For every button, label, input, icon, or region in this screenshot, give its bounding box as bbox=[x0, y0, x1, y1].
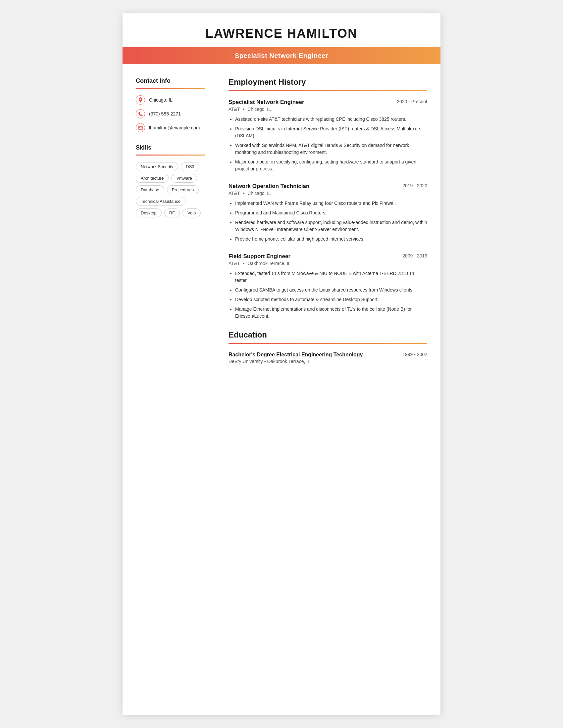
skills-section-title: Skills bbox=[136, 144, 205, 151]
main-content: Employment History Specialist Network En… bbox=[215, 77, 441, 364]
bullet-item: Manage Ethernet implementations and disc… bbox=[235, 306, 427, 320]
email-icon bbox=[136, 123, 145, 132]
email-text: lhamilton@example.com bbox=[149, 125, 200, 130]
skill-tag: Network Security bbox=[136, 162, 178, 171]
bullet-item: Rendered hardware and software support, … bbox=[235, 219, 427, 233]
job-company: AT&T • Chicago, IL bbox=[228, 191, 427, 196]
employment-section-title: Employment History bbox=[228, 77, 427, 87]
contact-phone: (370) 555-2271 bbox=[136, 109, 205, 118]
edu-block: Bachelor's Degree Electrical Engineering… bbox=[228, 352, 427, 364]
skill-tag: Architecture bbox=[136, 174, 168, 183]
job-bullets: Extended, tested T1's from Microwave & N… bbox=[228, 270, 427, 320]
skills-tags: Network SecurityDS3ArchitectureVmwareDat… bbox=[136, 162, 205, 217]
education-divider bbox=[228, 343, 427, 344]
job-company: AT&T • Oakbrook Terrace, IL bbox=[228, 261, 427, 266]
location-text: Chicago, IL bbox=[149, 97, 172, 103]
job-company: AT&T • Chicago, IL bbox=[228, 107, 427, 112]
bullet-item: Implemented WAN with Frame Relay using f… bbox=[235, 200, 427, 207]
skill-tag: Voip bbox=[182, 208, 201, 217]
employment-divider bbox=[228, 90, 427, 91]
job-block: Specialist Network Engineer2020 - Presen… bbox=[228, 99, 427, 172]
job-dates: 2020 - Present bbox=[397, 99, 427, 104]
skills-divider bbox=[136, 155, 205, 156]
title-bar: Specialist Network Engineer bbox=[122, 47, 441, 64]
job-title: Field Support Engineer bbox=[228, 253, 291, 260]
bullet-item: Worked with Solarwinds NPM, AT&T digital… bbox=[235, 142, 427, 156]
sidebar: Contact Info Chicago, IL (370) 555-2271 bbox=[122, 77, 215, 364]
body-layout: Contact Info Chicago, IL (370) 555-2271 bbox=[122, 64, 441, 377]
bullet-item: Programmed and Maintained Cisco Routers. bbox=[235, 209, 427, 216]
candidate-title: Specialist Network Engineer bbox=[235, 52, 328, 59]
contact-divider bbox=[136, 88, 205, 89]
phone-icon bbox=[136, 109, 145, 118]
edu-school: DeVry University • Oakbrook Terrace, IL bbox=[228, 359, 427, 364]
phone-text: (370) 555-2271 bbox=[149, 111, 181, 116]
job-dates: 2009 - 2019 bbox=[402, 253, 427, 258]
job-title: Network Operation Technician bbox=[228, 183, 309, 190]
bullet-item: Provision DSL circuits in Internet Servi… bbox=[235, 125, 427, 139]
contact-section-title: Contact Info bbox=[136, 77, 205, 84]
education-section: Education Bachelor's Degree Electrical E… bbox=[228, 330, 427, 364]
bullet-item: Develop scripted methods to automate & s… bbox=[235, 296, 427, 303]
skill-tag: Technical Assistance bbox=[136, 197, 185, 206]
skill-tag: Database bbox=[136, 185, 164, 194]
edu-dates: 1999 - 2002 bbox=[402, 352, 427, 357]
location-icon bbox=[136, 95, 145, 105]
education-section-title: Education bbox=[228, 330, 427, 340]
skill-tag: RF bbox=[164, 208, 180, 217]
skill-tag: Vmware bbox=[171, 174, 197, 183]
bullet-item: Provide home phone, cellular and high sp… bbox=[235, 236, 427, 243]
skill-tag: Desktop bbox=[136, 208, 162, 217]
resume-container: LAWRENCE HAMILTON Specialist Network Eng… bbox=[122, 13, 441, 715]
bullet-item: Assisted on-site AT&T technicians with r… bbox=[235, 116, 427, 123]
edu-container: Bachelor's Degree Electrical Engineering… bbox=[228, 352, 427, 364]
edu-degree: Bachelor's Degree Electrical Engineering… bbox=[228, 352, 363, 358]
skill-tag: DS3 bbox=[181, 162, 199, 171]
job-block: Network Operation Technician2019 - 2020A… bbox=[228, 183, 427, 243]
job-title: Specialist Network Engineer bbox=[228, 99, 305, 106]
job-bullets: Assisted on-site AT&T technicians with r… bbox=[228, 116, 427, 172]
bullet-item: Configured SAMBA to get access on the Li… bbox=[235, 287, 427, 294]
bullet-item: Major contributor in specifying, configu… bbox=[235, 159, 427, 172]
jobs-container: Specialist Network Engineer2020 - Presen… bbox=[228, 99, 427, 320]
candidate-name: LAWRENCE HAMILTON bbox=[122, 13, 441, 47]
skill-tag: Procedures bbox=[167, 185, 199, 194]
bullet-item: Extended, tested T1's from Microwave & N… bbox=[235, 270, 427, 284]
job-block: Field Support Engineer2009 - 2019AT&T • … bbox=[228, 253, 427, 320]
skills-section: Skills Network SecurityDS3ArchitectureVm… bbox=[136, 144, 205, 217]
job-dates: 2019 - 2020 bbox=[402, 183, 427, 188]
contact-email: lhamilton@example.com bbox=[136, 123, 205, 132]
job-bullets: Implemented WAN with Frame Relay using f… bbox=[228, 200, 427, 243]
contact-location: Chicago, IL bbox=[136, 95, 205, 105]
